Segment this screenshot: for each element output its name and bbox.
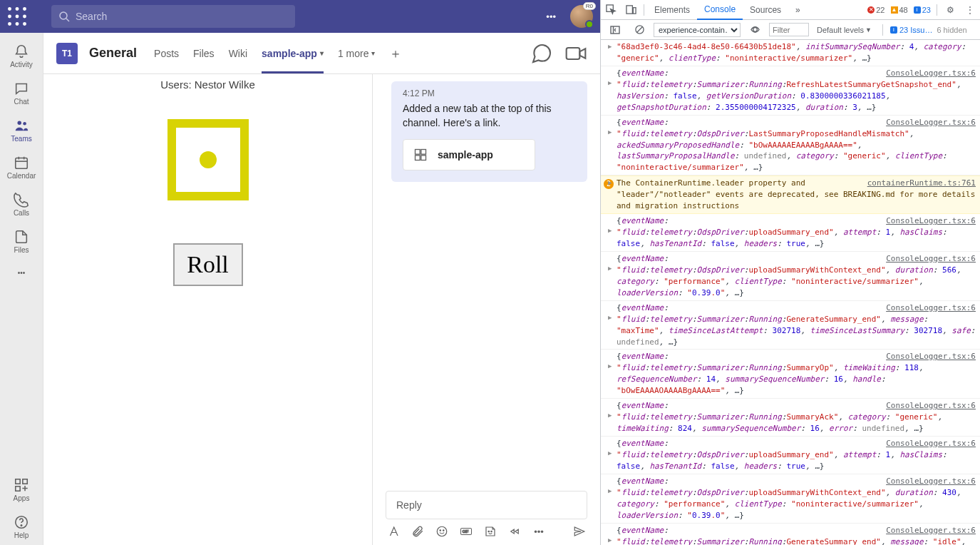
tab-more[interactable]: 1 more▾ xyxy=(338,33,376,73)
tab-more-icon[interactable]: » xyxy=(788,0,808,19)
source-link[interactable]: ConsoleLogger.tsx:6 xyxy=(886,253,976,265)
svg-rect-24 xyxy=(421,149,426,154)
device-icon[interactable] xyxy=(621,0,641,19)
top-more-icon[interactable]: ••• xyxy=(539,11,563,22)
attach-icon[interactable] xyxy=(411,525,424,538)
tab-console[interactable]: Console xyxy=(697,1,743,20)
rail-chat[interactable]: Chat xyxy=(0,74,43,111)
tab-sources[interactable]: Sources xyxy=(743,0,788,19)
svg-point-11 xyxy=(18,121,22,125)
search-input[interactable] xyxy=(76,11,288,22)
app-column: Users: Nestor Wilke Roll xyxy=(43,74,373,545)
console-log[interactable]: ▶ConsoleLogger.tsx:6{eventName: "fluid:t… xyxy=(601,252,980,301)
tab-elements[interactable]: Elements xyxy=(647,0,697,19)
kebab-icon[interactable]: ⋮ xyxy=(960,0,980,19)
chevron-down-icon: ▾ xyxy=(371,49,375,57)
svg-point-6 xyxy=(8,22,11,26)
search-bar[interactable] xyxy=(51,5,295,28)
format-icon[interactable] xyxy=(387,525,400,538)
send-icon[interactable] xyxy=(573,525,586,538)
message-text: Added a new tab at the top of this chann… xyxy=(403,101,576,131)
rail-more-icon[interactable]: ••• xyxy=(0,260,43,285)
console-log[interactable]: ▶ConsoleLogger.tsx:6{eventName: "fluid:t… xyxy=(601,437,980,474)
levels-dropdown[interactable]: Default levels ▼ xyxy=(813,25,875,35)
sidebar-toggle-icon[interactable] xyxy=(605,20,625,39)
source-link[interactable]: ConsoleLogger.tsx:6 xyxy=(886,400,976,412)
error-count[interactable]: ✕22 xyxy=(865,6,887,14)
svg-rect-23 xyxy=(416,149,421,154)
svg-line-10 xyxy=(66,19,69,21)
console-log[interactable]: ▶ConsoleLogger.tsx:6{eventName: "fluid:t… xyxy=(601,301,980,350)
svg-point-41 xyxy=(753,28,757,32)
filter-input[interactable] xyxy=(769,23,809,36)
team-tile[interactable]: T1 xyxy=(56,43,78,64)
issues-link[interactable]: i23 Issu… xyxy=(890,26,932,34)
svg-point-32 xyxy=(488,531,490,532)
rail-apps[interactable]: Apps xyxy=(0,471,43,508)
console-log[interactable]: ▶ConsoleLogger.tsx:6{eventName: "fluid:t… xyxy=(601,524,980,545)
app-rail: Activity Chat Teams Calendar Calls Files… xyxy=(0,33,43,545)
settings-icon[interactable]: ⚙ xyxy=(940,0,960,19)
clear-console-icon[interactable] xyxy=(629,20,649,39)
console-log[interactable]: ▶ConsoleLogger.tsx:6{eventName: "fluid:t… xyxy=(601,350,980,399)
stream-icon[interactable] xyxy=(508,525,521,538)
channel-name: General xyxy=(89,46,137,61)
console-warning[interactable]: 2▶containerRuntime.ts:761The ContainerRu… xyxy=(601,175,980,214)
source-link[interactable]: ConsoleLogger.tsx:6 xyxy=(886,525,976,536)
context-select[interactable]: experience-contain… xyxy=(654,23,741,37)
rail-calendar[interactable]: Calendar xyxy=(0,148,43,185)
users-text: Users: Nestor Wilke xyxy=(160,78,255,91)
source-link[interactable]: ConsoleLogger.tsx:6 xyxy=(886,351,976,362)
source-link[interactable]: ConsoleLogger.tsx:6 xyxy=(886,117,976,128)
svg-point-12 xyxy=(23,121,26,125)
inspect-icon[interactable] xyxy=(601,0,621,19)
tab-sample-app[interactable]: sample-app▾ xyxy=(262,33,324,73)
svg-point-3 xyxy=(8,15,11,19)
source-link[interactable]: ConsoleLogger.tsx:6 xyxy=(886,215,976,227)
titlebar: ••• R0 xyxy=(0,0,600,33)
user-avatar[interactable]: R0 xyxy=(570,5,593,28)
tab-link-card[interactable]: sample-app xyxy=(403,139,535,170)
rail-calls[interactable]: Calls xyxy=(0,185,43,223)
console-log[interactable]: ▶ConsoleLogger.tsx:6{eventName: "fluid:t… xyxy=(601,116,980,176)
compose-more-icon[interactable]: ••• xyxy=(532,525,545,538)
live-expression-icon[interactable] xyxy=(745,20,765,39)
reply-input[interactable]: Reply xyxy=(386,491,587,519)
svg-rect-17 xyxy=(16,479,20,483)
emoji-icon[interactable] xyxy=(435,525,448,538)
rail-activity[interactable]: Activity xyxy=(0,37,43,74)
app-launcher-icon[interactable] xyxy=(7,6,27,26)
rail-help[interactable]: Help xyxy=(0,508,43,545)
svg-rect-35 xyxy=(626,6,631,14)
meet-icon[interactable] xyxy=(564,42,587,65)
rail-files[interactable]: Files xyxy=(0,223,43,260)
info-count[interactable]: i23 xyxy=(911,6,934,14)
source-link[interactable]: ConsoleLogger.tsx:6 xyxy=(886,68,976,79)
conversation-icon[interactable] xyxy=(530,42,553,65)
source-link[interactable]: ConsoleLogger.tsx:6 xyxy=(886,302,976,314)
console-output[interactable]: ▶"68ad3ef0-3c46-4ad4-8e50-66430b51de18",… xyxy=(601,40,980,545)
rail-teams[interactable]: Teams xyxy=(0,111,43,148)
channel-header: T1 General Posts Files Wiki sample-app▾ … xyxy=(43,33,600,74)
hidden-count: 6 hidden xyxy=(937,26,966,34)
tab-wiki[interactable]: Wiki xyxy=(229,33,247,73)
add-tab-button[interactable]: ＋ xyxy=(389,33,402,73)
svg-rect-37 xyxy=(611,26,619,34)
svg-point-29 xyxy=(443,530,445,531)
tab-files[interactable]: Files xyxy=(193,33,215,73)
console-log[interactable]: ▶"68ad3ef0-3c46-4ad4-8e50-66430b51de18",… xyxy=(601,40,980,66)
source-link[interactable]: ConsoleLogger.tsx:6 xyxy=(886,438,976,449)
console-log[interactable]: ▶ConsoleLogger.tsx:6{eventName: "fluid:t… xyxy=(601,66,980,116)
tab-posts[interactable]: Posts xyxy=(154,33,179,73)
console-log[interactable]: ▶ConsoleLogger.tsx:6{eventName: "fluid:t… xyxy=(601,214,980,252)
console-log[interactable]: ▶ConsoleLogger.tsx:6{eventName: "fluid:t… xyxy=(601,399,980,437)
sticker-icon[interactable] xyxy=(484,525,497,538)
gif-icon[interactable]: GIF xyxy=(460,525,473,538)
warning-count[interactable]: ▲48 xyxy=(888,6,911,14)
console-log[interactable]: ▶ConsoleLogger.tsx:6{eventName: "fluid:t… xyxy=(601,474,980,524)
svg-point-27 xyxy=(437,526,447,536)
source-link[interactable]: ConsoleLogger.tsx:6 xyxy=(886,476,976,487)
source-link[interactable]: containerRuntime.ts:761 xyxy=(867,178,976,189)
svg-point-8 xyxy=(23,22,26,26)
roll-button[interactable]: Roll xyxy=(173,243,243,286)
